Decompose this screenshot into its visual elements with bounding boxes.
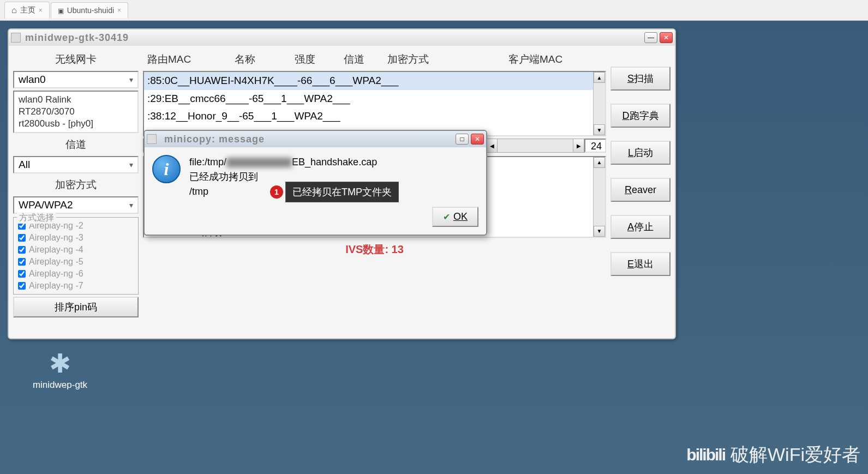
annotation-badge: 1 [270,185,283,199]
browser-tabs: 主页 × Ubuntu-shuidi × [0,0,868,21]
method-legend: 方式选择 [17,212,56,224]
tab-home[interactable]: 主页 × [4,2,50,19]
count-value: 24 [584,139,606,153]
ap-row[interactable]: :38:12__Honor_9__-65___1___WPA2___ [144,107,605,125]
col-power: 强度 [295,52,344,67]
column-headers: 路由MAC 名称 强度 信道 加密方式 客户端MAC [143,50,606,71]
bilibili-logo: bilibili [686,446,725,464]
card-info: wlan0 Ralink RT2870/3070 rt2800usb - [ph… [13,91,139,133]
home-icon [11,5,17,15]
watermark-text: 破解WiFi爱好者 [731,442,860,467]
tab-ubuntu-label: Ubuntu-shuidi [67,6,114,15]
dialog-title: minicopy: message [161,134,456,145]
annotation-text: 已经拷贝在TMP文件夹 [285,182,399,202]
scrollbar-vertical[interactable]: ▲ ▼ [593,157,605,237]
scroll-left-icon[interactable]: ◀ [487,139,498,152]
reaver-button[interactable]: Reaver [610,178,671,202]
dialog-icon [147,134,157,144]
dict-button[interactable]: D跑字典 [610,104,671,128]
ap-row[interactable]: :85:0C__HUAWEI-N4XH7K____-66___6___WPA2_… [144,72,605,90]
tab-close-icon[interactable]: × [39,7,43,14]
redacted-text [226,158,292,167]
scan-button[interactable]: S扫描 [610,67,671,91]
close-button[interactable]: ✕ [660,32,673,43]
col-mac: 路由MAC [147,52,235,67]
channel-label: 信道 [13,135,139,154]
scroll-down-icon[interactable]: ▼ [594,226,605,237]
right-panel: S扫描 D跑字典 L启动 Reaver A停止 E退出 [610,50,671,334]
encrypt-dropdown[interactable]: WPA/WPA2 [13,196,139,214]
encrypt-label: 加密方式 [13,176,139,194]
ok-button[interactable]: ✔ OK [432,207,478,227]
sort-pin-button[interactable]: 排序pin码 [13,297,139,317]
desktop-shortcut[interactable]: minidwep-gtk [22,348,98,391]
col-name: 名称 [235,52,295,67]
annotation-overlay: 1 已经拷贝在TMP文件夹 [270,182,399,202]
ap-row[interactable]: :29:EB__cmcc66____-65___1___WPA2___ [144,90,605,108]
col-client: 客户端MAC [469,52,602,67]
scroll-up-icon[interactable]: ▲ [594,157,605,168]
col-channel: 信道 [344,52,387,67]
tab-close-icon[interactable]: × [117,7,121,14]
splash-icon [44,348,76,375]
scrollbar-horizontal[interactable]: ◀ ▶ [486,139,584,153]
ap-list[interactable]: :85:0C__HUAWEI-N4XH7K____-66___6___WPA2_… [143,71,606,136]
dialog-maximize-button[interactable]: □ [456,134,469,145]
wireless-dropdown[interactable]: wlan0 [13,71,139,88]
dialog-titlebar[interactable]: minicopy: message □ ✕ [145,131,486,147]
channel-dropdown[interactable]: All [13,156,139,173]
exit-button[interactable]: E退出 [610,252,671,276]
check-aireplay-7[interactable]: Aireplay-ng -7 [18,280,134,292]
check-aireplay-6[interactable]: Aireplay-ng -6 [18,268,134,280]
scroll-up-icon[interactable]: ▲ [594,72,605,83]
watermark: bilibili 破解WiFi爱好者 [686,442,860,467]
desktop: minidwep-gtk-30419 — ✕ 无线网卡 wlan0 wlan0 … [0,21,868,474]
dialog-close-button[interactable]: ✕ [471,134,484,145]
scrollbar-vertical[interactable]: ▲ ▼ [593,72,605,135]
titlebar[interactable]: minidwep-gtk-30419 — ✕ [9,29,675,46]
stop-button[interactable]: A停止 [610,215,671,239]
app-icon [11,33,21,43]
tab-home-label: 主页 [20,5,35,15]
check-aireplay-5[interactable]: Aireplay-ng -5 [18,256,134,268]
method-fieldset: 方式选择 Aireplay-ng -2 Aireplay-ng -3 Airep… [13,217,139,295]
start-button[interactable]: L启动 [610,141,671,165]
scroll-right-icon[interactable]: ▶ [573,139,584,152]
tab-ubuntu[interactable]: Ubuntu-shuidi × [51,2,128,18]
desktop-icon-label: minidwep-gtk [22,380,98,391]
left-panel: 无线网卡 wlan0 wlan0 Ralink RT2870/3070 rt28… [13,50,139,334]
minimize-button[interactable]: — [644,32,657,43]
check-aireplay-3[interactable]: Aireplay-ng -3 [18,232,134,244]
ivs-count: IVS数量: 13 [143,238,606,257]
window-title: minidwep-gtk-30419 [25,32,644,44]
col-encrypt: 加密方式 [387,52,469,67]
vm-icon [58,6,64,15]
check-aireplay-4[interactable]: Aireplay-ng -4 [18,244,134,256]
scroll-down-icon[interactable]: ▼ [594,124,605,135]
info-icon: i [152,155,181,183]
check-icon: ✔ [443,212,450,222]
wireless-label: 无线网卡 [13,50,139,69]
